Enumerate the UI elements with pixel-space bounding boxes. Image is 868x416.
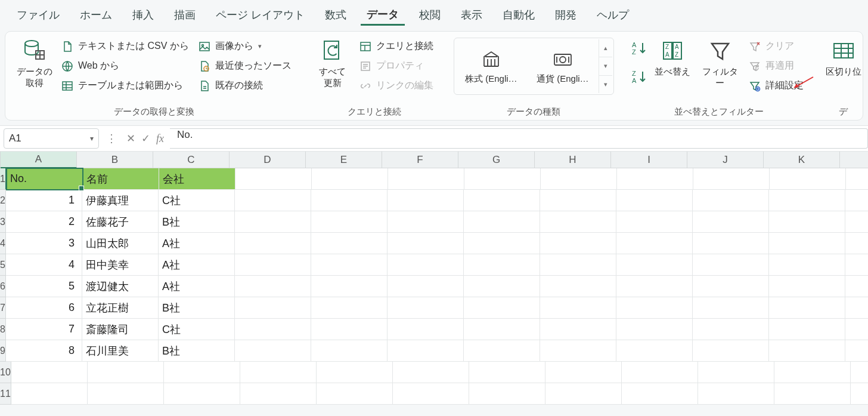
cell[interactable]: 渡辺健太 — [82, 276, 159, 297]
menu-開発[interactable]: 開発 — [549, 5, 582, 24]
from-csv-button[interactable]: テキストまたは CSV から — [58, 38, 193, 55]
cell[interactable] — [769, 276, 845, 297]
cell[interactable] — [388, 233, 464, 254]
text-to-columns-button[interactable]: 区切り位 — [824, 38, 863, 79]
cell[interactable] — [311, 190, 388, 211]
cell[interactable] — [540, 340, 616, 362]
col-header-J[interactable]: J — [687, 152, 764, 168]
cell[interactable] — [769, 297, 845, 319]
cell[interactable] — [88, 383, 164, 405]
cell[interactable] — [622, 362, 698, 383]
cell[interactable] — [622, 383, 698, 405]
cell[interactable]: 4 — [6, 254, 82, 276]
row-header-8[interactable]: 8 — [0, 319, 6, 340]
menu-描画[interactable]: 描画 — [168, 5, 202, 24]
get-data-button[interactable]: データの 取得 — [14, 38, 55, 90]
row-header-9[interactable]: 9 — [0, 340, 6, 362]
cell[interactable] — [616, 211, 693, 233]
row-header-1[interactable]: 1 — [0, 168, 7, 190]
cell[interactable] — [164, 362, 240, 383]
col-header-I[interactable]: I — [611, 152, 687, 168]
row-header-10[interactable]: 10 — [0, 362, 11, 383]
cell[interactable] — [388, 340, 464, 362]
cell[interactable] — [469, 383, 545, 405]
cancel-icon[interactable]: ✕ — [126, 132, 135, 145]
cell[interactable] — [693, 168, 770, 190]
cell[interactable] — [769, 233, 845, 254]
cell[interactable]: B社 — [159, 211, 235, 233]
cell[interactable] — [540, 276, 616, 297]
cell[interactable] — [693, 254, 769, 276]
cell[interactable] — [617, 168, 693, 190]
col-header-A[interactable]: A — [1, 152, 77, 168]
row-header-6[interactable]: 6 — [0, 276, 6, 297]
cell[interactable] — [545, 362, 622, 383]
menu-数式[interactable]: 数式 — [319, 5, 352, 24]
cell[interactable] — [311, 297, 388, 319]
name-box[interactable]: A1 ▾ — [4, 128, 99, 149]
cell[interactable] — [311, 319, 388, 340]
cell[interactable] — [235, 340, 311, 362]
cell[interactable] — [464, 319, 540, 340]
cell[interactable] — [88, 362, 164, 383]
cell[interactable] — [769, 190, 845, 211]
cell[interactable] — [388, 297, 464, 319]
cell[interactable] — [235, 211, 311, 233]
menu-ヘルプ[interactable]: ヘルプ — [591, 5, 635, 24]
filter-button[interactable]: フィルター — [698, 38, 743, 90]
cell[interactable] — [541, 168, 617, 190]
cell[interactable] — [235, 233, 311, 254]
cell[interactable] — [845, 211, 868, 233]
confirm-icon[interactable]: ✓ — [141, 132, 150, 145]
cell[interactable] — [616, 254, 693, 276]
cell[interactable]: 伊藤真理 — [82, 190, 159, 211]
cell[interactable]: C社 — [159, 190, 235, 211]
cell[interactable]: B社 — [159, 297, 235, 319]
cell[interactable]: 石川里美 — [82, 340, 159, 362]
cell[interactable]: 立花正樹 — [82, 297, 159, 319]
cell[interactable] — [845, 297, 868, 319]
advanced-filter-button[interactable]: 詳細設定 — [745, 77, 807, 94]
cell[interactable]: B社 — [159, 340, 235, 362]
cell[interactable] — [693, 276, 769, 297]
cell[interactable] — [311, 276, 388, 297]
cell[interactable] — [545, 383, 622, 405]
cell[interactable] — [698, 383, 774, 405]
row-header-3[interactable]: 3 — [0, 211, 6, 233]
gallery-more[interactable]: ▾ — [599, 75, 612, 93]
from-table-button[interactable]: テーブルまたは範囲から — [58, 77, 193, 94]
menu-挿入[interactable]: 挿入 — [126, 5, 160, 24]
cell[interactable] — [240, 383, 317, 405]
cell[interactable] — [464, 190, 540, 211]
cell[interactable]: 7 — [6, 319, 82, 340]
cell[interactable] — [464, 211, 540, 233]
row-header-4[interactable]: 4 — [0, 233, 6, 254]
cell[interactable] — [693, 211, 769, 233]
cell[interactable] — [164, 383, 240, 405]
cell[interactable] — [616, 340, 693, 362]
row-header-7[interactable]: 7 — [0, 297, 6, 319]
cell[interactable] — [388, 190, 464, 211]
cell[interactable] — [693, 319, 769, 340]
cell[interactable]: A社 — [159, 254, 235, 276]
cell[interactable] — [11, 383, 88, 405]
cell[interactable] — [388, 276, 464, 297]
cell[interactable] — [770, 168, 846, 190]
cell[interactable]: 斎藤隆司 — [82, 319, 159, 340]
cell[interactable] — [616, 276, 693, 297]
cell[interactable] — [540, 190, 616, 211]
refresh-all-button[interactable]: すべて 更新 — [312, 38, 354, 90]
cell[interactable] — [774, 362, 851, 383]
cell[interactable] — [846, 168, 868, 190]
cell[interactable]: 会社 — [159, 168, 235, 190]
cell[interactable] — [393, 383, 469, 405]
cell[interactable] — [469, 362, 545, 383]
cell[interactable] — [540, 254, 616, 276]
cell[interactable] — [769, 254, 845, 276]
cell[interactable] — [311, 233, 388, 254]
cell[interactable] — [464, 340, 540, 362]
cell[interactable]: 名前 — [83, 168, 159, 190]
cell[interactable] — [616, 233, 693, 254]
menu-データ[interactable]: データ — [361, 5, 405, 26]
cell[interactable] — [774, 383, 851, 405]
